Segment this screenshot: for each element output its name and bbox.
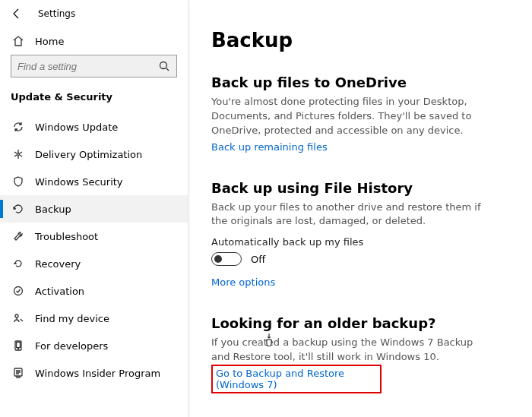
svg-point-1: [17, 153, 20, 156]
svg-point-6: [17, 349, 18, 349]
section-filehistory: Back up using File History Back up your …: [211, 180, 492, 289]
svg-point-2: [14, 287, 23, 295]
sidebar-item-label: Delivery Optimization: [35, 149, 142, 160]
onedrive-desc: You're almost done protecting files in y…: [211, 95, 492, 138]
older-desc: If you created a backup using the Window…: [211, 336, 492, 365]
older-heading: Looking for an older backup?: [211, 315, 492, 331]
section-older-backup: Looking for an older backup? If you crea…: [211, 315, 492, 393]
app-title: Settings: [38, 8, 75, 19]
delivery-icon: [12, 148, 24, 160]
toggle-label: Automatically back up my files: [211, 236, 492, 248]
backup-icon: [12, 203, 24, 215]
sidebar-item-delivery-optimization[interactable]: Delivery Optimization: [0, 141, 188, 168]
find-icon: [12, 312, 24, 324]
sidebar-home[interactable]: Home: [0, 27, 188, 55]
sidebar-item-find-my-device[interactable]: Find my device: [0, 305, 188, 332]
svg-point-0: [160, 62, 167, 69]
more-options-link[interactable]: More options: [211, 276, 275, 288]
sidebar-item-activation[interactable]: Activation: [0, 277, 188, 305]
sidebar-category: Update & Security: [0, 87, 188, 113]
svg-point-3: [15, 314, 18, 317]
sidebar: Settings Home Update & Security Windows …: [0, 0, 188, 417]
sidebar-item-label: Backup: [35, 204, 71, 215]
sidebar-item-label: Activation: [35, 286, 84, 297]
sidebar-item-label: Recovery: [35, 258, 81, 270]
home-label: Home: [35, 36, 64, 47]
svg-rect-5: [17, 343, 21, 348]
shield-icon: [12, 175, 24, 188]
sidebar-item-windows-security[interactable]: Windows Security: [0, 168, 188, 195]
sidebar-item-recovery[interactable]: Recovery: [0, 250, 188, 277]
sync-icon: [12, 121, 24, 133]
onedrive-link[interactable]: Back up remaining files: [211, 141, 328, 153]
auto-backup-toggle[interactable]: [211, 252, 242, 266]
main-content: Backup Back up files to OneDrive You're …: [188, 0, 532, 417]
toggle-state: Off: [251, 254, 265, 265]
sidebar-nav: Windows Update Delivery Optimization Win…: [0, 113, 188, 387]
troubleshoot-icon: [12, 230, 24, 242]
insider-icon: [12, 367, 24, 379]
sidebar-item-label: Windows Insider Program: [35, 368, 160, 379]
onedrive-heading: Back up files to OneDrive: [211, 74, 492, 90]
sidebar-item-for-developers[interactable]: For developers: [0, 332, 188, 359]
sidebar-item-label: For developers: [35, 340, 108, 352]
sidebar-item-label: Windows Security: [35, 176, 123, 188]
search-icon: [158, 60, 170, 72]
sidebar-item-label: Find my device: [35, 313, 109, 324]
home-icon: [12, 35, 24, 47]
sidebar-item-windows-insider[interactable]: Windows Insider Program: [0, 359, 188, 387]
sidebar-item-label: Troubleshoot: [35, 231, 98, 242]
developer-icon: [12, 340, 24, 352]
filehistory-heading: Back up using File History: [211, 180, 492, 196]
search-field[interactable]: [17, 61, 158, 72]
annotation-highlight: Go to Backup and Restore (Windows 7): [211, 365, 382, 393]
sidebar-item-backup[interactable]: Backup: [0, 195, 188, 223]
activation-icon: [12, 285, 24, 297]
sidebar-item-troubleshoot[interactable]: Troubleshoot: [0, 223, 188, 250]
sidebar-item-label: Windows Update: [35, 122, 118, 133]
filehistory-desc: Back up your files to another drive and …: [211, 201, 492, 229]
backup-restore-win7-link[interactable]: Go to Backup and Restore (Windows 7): [216, 368, 377, 390]
back-button[interactable]: [11, 8, 23, 20]
page-title: Backup: [211, 29, 509, 52]
search-input[interactable]: [11, 55, 177, 77]
recovery-icon: [12, 257, 24, 270]
sidebar-item-windows-update[interactable]: Windows Update: [0, 113, 188, 141]
section-onedrive: Back up files to OneDrive You're almost …: [211, 74, 492, 153]
